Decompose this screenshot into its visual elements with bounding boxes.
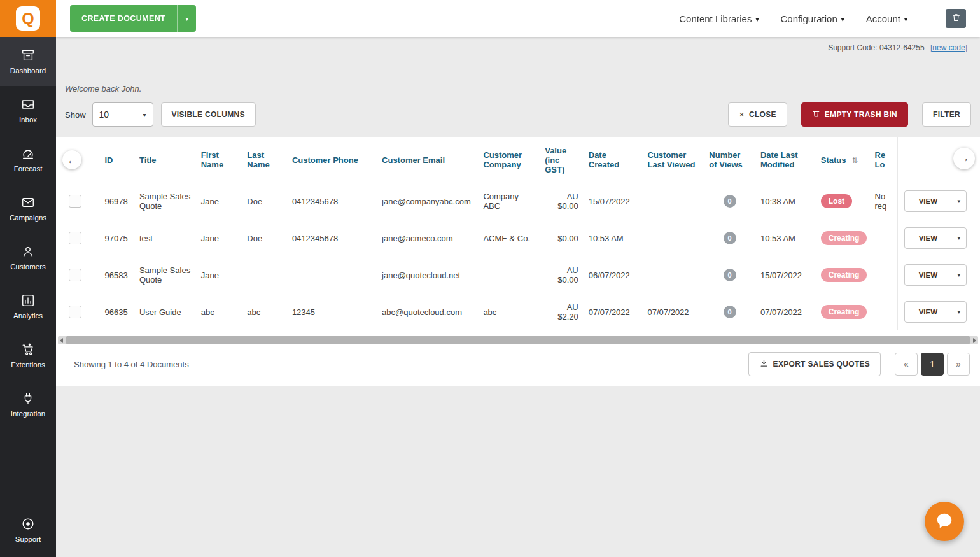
table-header-row: ID Title First Name Last Name Customer P… — [64, 137, 974, 183]
cell-status: Creating — [816, 257, 872, 293]
sidebar-item-label: Integration — [11, 410, 45, 418]
row-checkbox[interactable] — [69, 195, 81, 208]
col-header-customer-phone[interactable]: Customer Phone — [287, 137, 377, 183]
menu-account[interactable]: Account ▾ — [866, 13, 907, 24]
chat-widget-button[interactable] — [925, 502, 964, 541]
sidebar-item-dashboard[interactable]: Dashboard — [0, 37, 56, 86]
sort-icon[interactable]: ⇅ — [851, 156, 858, 165]
sidebar-item-extensions[interactable]: Extentions — [0, 331, 56, 380]
menu-configuration[interactable]: Configuration ▾ — [781, 13, 844, 24]
show-per-page-select[interactable]: 10 ▾ — [92, 102, 153, 127]
status-badge: Creating — [821, 268, 867, 282]
col-header-first-name[interactable]: First Name — [196, 137, 242, 183]
view-dropdown-caret[interactable]: ▾ — [951, 191, 966, 211]
cell-customer-phone: 12345 — [287, 293, 377, 330]
view-button-label: VIEW — [905, 302, 951, 322]
cell-customer-phone: 0412345678 — [287, 183, 377, 220]
row-checkbox[interactable] — [69, 269, 81, 281]
col-header-date-last-modified[interactable]: Date Last Modified — [755, 137, 816, 183]
sidebar-item-inbox[interactable]: Inbox — [0, 86, 56, 135]
cell-customer-last-viewed — [643, 183, 704, 220]
close-button[interactable]: × CLOSE — [728, 102, 787, 127]
sidebar-item-forecast[interactable]: Forecast — [0, 135, 56, 184]
cell-customer-last-viewed — [643, 257, 704, 293]
cell-date-created: 10:53 AM — [584, 220, 643, 257]
col-header-customer-company[interactable]: Customer Company — [478, 137, 540, 183]
cell-id: 96583 — [99, 257, 134, 293]
view-button[interactable]: VIEW ▾ — [904, 301, 967, 323]
row-checkbox[interactable] — [69, 232, 81, 244]
scroll-left-arrow[interactable] — [60, 338, 63, 343]
footer-actions: EXPORT SALES QUOTES « 1 » — [748, 352, 970, 376]
cell-id: 97075 — [99, 220, 134, 257]
app-logo[interactable]: Q — [0, 0, 56, 37]
row-checkbox[interactable] — [69, 306, 81, 318]
forecast-icon — [21, 146, 35, 160]
new-code-link[interactable]: [new code] — [930, 43, 967, 52]
col-header-title[interactable]: Title — [134, 137, 196, 183]
cell-select — [64, 220, 99, 257]
col-header-customer-last-viewed[interactable]: Customer Last Viewed — [643, 137, 704, 183]
view-button[interactable]: VIEW ▾ — [904, 264, 967, 286]
filter-button[interactable]: FILTER — [922, 102, 971, 127]
col-header-value[interactable]: Value (inc GST) — [540, 137, 584, 183]
pagination-prev-button[interactable]: « — [895, 353, 918, 376]
cell-customer-last-viewed — [643, 220, 704, 257]
show-label: Show — [65, 110, 86, 120]
export-sales-quotes-button[interactable]: EXPORT SALES QUOTES — [748, 352, 881, 376]
view-dropdown-caret[interactable]: ▾ — [951, 228, 966, 248]
col-header-id[interactable]: ID — [99, 137, 134, 183]
menu-content-libraries[interactable]: Content Libraries ▾ — [679, 13, 759, 24]
view-button[interactable]: VIEW ▾ — [904, 190, 967, 212]
pagination-next-button[interactable]: » — [947, 353, 970, 376]
inbox-icon — [21, 97, 35, 111]
close-icon: × — [739, 109, 744, 120]
view-button-label: VIEW — [905, 228, 951, 248]
cell-customer-email: jane@companyabc.com — [377, 183, 478, 220]
create-document-button[interactable]: CREATE DOCUMENT ▾ — [70, 5, 196, 32]
horizontal-scrollbar[interactable] — [58, 336, 978, 344]
sidebar-item-customers[interactable]: Customers — [0, 233, 56, 282]
col-header-number-of-views[interactable]: Number of Views — [704, 137, 755, 183]
visible-columns-button[interactable]: VISIBLE COLUMNS — [161, 102, 256, 127]
cell-number-of-views: 0 — [704, 183, 755, 220]
col-header-requires-login[interactable]: Re Lo — [872, 137, 898, 183]
col-header-last-name[interactable]: Last Name — [242, 137, 287, 183]
col-header-customer-email[interactable]: Customer Email — [377, 137, 478, 183]
results-count-text: Showing 1 to 4 of 4 Documents — [74, 360, 189, 369]
col-header-status[interactable]: Status ⇅ — [816, 137, 872, 183]
sidebar-item-support[interactable]: Support — [0, 505, 56, 554]
chevron-down-icon: ▾ — [755, 15, 759, 23]
pagination-page-1-button[interactable]: 1 — [921, 353, 944, 376]
cell-date-last-modified: 10:53 AM — [755, 220, 816, 257]
cell-select — [64, 257, 99, 293]
sidebar-item-integration[interactable]: Integration — [0, 380, 56, 429]
cell-customer-last-viewed: 07/07/2022 — [643, 293, 704, 330]
cell-date-last-modified: 10:38 AM — [755, 183, 816, 220]
empty-trash-bin-button[interactable]: EMPTY TRASH BIN — [801, 102, 908, 127]
cell-date-created: 06/07/2022 — [584, 257, 643, 293]
documents-table: ID Title First Name Last Name Customer P… — [64, 137, 974, 330]
create-document-label: CREATE DOCUMENT — [70, 5, 177, 32]
sidebar-item-label: Inbox — [19, 116, 37, 123]
download-icon — [759, 358, 769, 370]
cell-status: Creating — [816, 220, 872, 257]
scroll-columns-right-button[interactable]: → — [953, 148, 975, 169]
trash-icon — [812, 109, 820, 120]
sidebar-item-label: Forecast — [14, 165, 43, 173]
horizontal-scrollbar-handle[interactable] — [66, 336, 970, 344]
view-dropdown-caret[interactable]: ▾ — [951, 265, 966, 285]
cell-actions: VIEW ▾ — [898, 257, 974, 293]
views-count-badge: 0 — [724, 232, 736, 244]
trash-bin-button[interactable] — [946, 9, 966, 28]
sidebar-item-analytics[interactable]: Analytics — [0, 282, 56, 331]
col-header-date-created[interactable]: Date Created — [584, 137, 643, 183]
scroll-columns-left-button[interactable]: ← — [62, 150, 81, 169]
scroll-right-arrow[interactable] — [973, 338, 976, 343]
create-document-dropdown-caret[interactable]: ▾ — [177, 5, 196, 32]
view-button[interactable]: VIEW ▾ — [904, 227, 967, 249]
table-row: 96635 User Guide abc abc 12345 abc@quote… — [64, 293, 974, 330]
chat-bubble-icon — [935, 511, 954, 532]
view-dropdown-caret[interactable]: ▾ — [951, 302, 966, 322]
sidebar-item-campaigns[interactable]: Campaigns — [0, 184, 56, 233]
